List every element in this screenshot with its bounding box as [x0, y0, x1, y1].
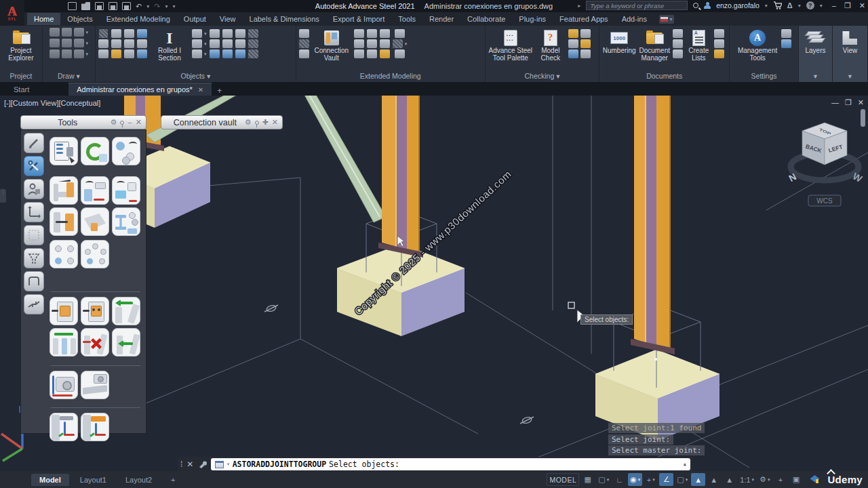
compass-tool-icon[interactable]	[98, 49, 108, 58]
portal-icon[interactable]	[354, 39, 364, 48]
help-dropdown-icon[interactable]: ▾	[820, 3, 823, 9]
grid-tool-icon[interactable]	[99, 29, 108, 38]
settings-gear-icon[interactable]: ⚙▾	[757, 473, 772, 486]
draw-arc-icon[interactable]	[50, 28, 60, 37]
object-snap-tracking-toggle-icon[interactable]: ∠	[659, 473, 673, 486]
doc-restore-icon[interactable]: ❐	[845, 98, 852, 107]
audit-icon[interactable]	[580, 29, 591, 38]
project-explorer-button[interactable]: Project Explorer	[3, 28, 39, 62]
file-tab-active[interactable]: Administrar conexiones en grupos* ✕	[68, 83, 212, 96]
command-input[interactable]: ▾ ASTORADDJOINTTOGROUP Select objects: ▲	[211, 458, 690, 470]
tab-extended-modeling[interactable]: Extended Modeling	[100, 13, 177, 25]
undo-icon[interactable]: ↶	[136, 2, 142, 10]
poly-beam-icon[interactable]	[124, 29, 134, 38]
tab-export-import[interactable]: Export & Import	[326, 13, 391, 25]
user-avatar-icon[interactable]	[704, 2, 711, 9]
defaults-icon[interactable]	[781, 29, 791, 38]
tools-palette-titlebar[interactable]: Tools ⚙ − ✕	[20, 115, 146, 129]
railing-icon[interactable]	[395, 49, 405, 58]
grating3-icon[interactable]	[248, 49, 258, 58]
close-button[interactable]: ✕	[859, 1, 865, 10]
numbering-button[interactable]: 1000 Numbering	[602, 28, 636, 55]
clean-screen-icon[interactable]: ▣	[789, 473, 803, 486]
layout-tab-layout2[interactable]: Layout2	[117, 474, 160, 486]
pyramid-icon[interactable]	[235, 39, 245, 48]
layout-tab-add[interactable]: +	[163, 474, 183, 486]
lightning2-icon[interactable]	[137, 49, 147, 58]
bolt2-icon[interactable]	[222, 49, 233, 58]
tab-add-ins[interactable]: Add-ins	[615, 13, 654, 25]
tool-beam-bolts[interactable]	[112, 207, 140, 236]
draw-rectangle-icon[interactable]	[62, 49, 72, 58]
tool-camera-ucs[interactable]	[50, 371, 78, 399]
center-gravity-icon[interactable]	[568, 39, 578, 48]
ladder-icon[interactable]	[393, 39, 403, 48]
bolt1-icon[interactable]	[210, 49, 220, 58]
ortho-mode-toggle-icon[interactable]: ∟	[612, 473, 627, 486]
tool-add-joint-green[interactable]	[112, 297, 140, 325]
vault-expand-icon[interactable]: ✚	[262, 118, 269, 127]
username[interactable]: enzo.garofalo	[716, 1, 760, 9]
view-button[interactable]: View	[835, 28, 865, 55]
folded-plate-icon[interactable]	[222, 29, 233, 38]
command-recent-icon[interactable]	[215, 461, 224, 468]
export-doc-icon[interactable]	[714, 49, 724, 58]
viewport-controls-label[interactable]: [-][Custom View][Conceptual]	[4, 99, 100, 107]
panel-label-settings[interactable]: Settings	[730, 71, 798, 82]
layers-button[interactable]: Layers	[802, 28, 829, 55]
save-icon[interactable]	[95, 2, 104, 10]
search-icon[interactable]	[693, 3, 698, 8]
category-tools-icon[interactable]	[24, 156, 44, 176]
tool-camera-beam[interactable]	[81, 371, 109, 399]
qat-customize-icon[interactable]: ▾	[172, 3, 175, 9]
tool-remove-from-group[interactable]	[112, 328, 140, 357]
tab-plug-ins[interactable]: Plug-ins	[512, 13, 553, 25]
grating1-icon[interactable]	[248, 29, 258, 38]
autodesk-account-icon[interactable]: Δ	[787, 1, 793, 9]
category-step-plate-icon[interactable]	[24, 294, 44, 314]
tool-box-connection[interactable]	[112, 176, 140, 205]
tool-corner-connection[interactable]	[81, 176, 109, 205]
command-grip-icon[interactable]: ⁞	[180, 460, 182, 469]
doc-minimize-icon[interactable]: —	[831, 98, 839, 107]
panel-label-project[interactable]: Project	[0, 71, 42, 82]
create-lists-button[interactable]: Create Lists	[686, 28, 711, 62]
model-check-button[interactable]: Model Check	[536, 28, 566, 62]
tab-objects[interactable]: Objects	[60, 13, 99, 25]
redo-icon[interactable]: ↷	[154, 2, 160, 10]
tab-tools[interactable]: Tools	[391, 13, 422, 25]
document-manager-button[interactable]: Document Manager	[639, 28, 670, 62]
object-snap-toggle-icon[interactable]: ▢▾	[675, 473, 690, 486]
tools-pin-icon[interactable]	[120, 121, 124, 125]
new-file-icon[interactable]	[68, 2, 77, 10]
polar-tracking-toggle-icon[interactable]: ◉▾	[628, 473, 642, 486]
column-left[interactable]	[378, 96, 423, 258]
isodraft-toggle-icon[interactable]: +▾	[644, 473, 658, 486]
vault-close-icon[interactable]: ✕	[272, 118, 278, 127]
print-icon[interactable]	[122, 2, 131, 10]
footing-left[interactable]	[337, 244, 465, 336]
special-part-icon[interactable]	[299, 29, 309, 38]
display-icon[interactable]	[568, 49, 578, 58]
shed-icon[interactable]	[380, 49, 390, 58]
tool-group-joint-1[interactable]	[50, 297, 78, 325]
truss-icon[interactable]	[354, 49, 364, 58]
grating2-icon[interactable]	[248, 39, 258, 48]
twin-plate-icon[interactable]	[222, 39, 233, 48]
tool-plate-splice[interactable]	[50, 207, 78, 236]
tool-beam-ucs-orange[interactable]	[81, 413, 109, 441]
vault-palette-titlebar[interactable]: Connection vault ⚙ ✚ ✕	[161, 115, 283, 129]
minimize-button[interactable]: –	[832, 1, 836, 10]
tab-labels-dimensions[interactable]: Labels & Dimensions	[243, 13, 326, 25]
nc-export-icon[interactable]	[714, 29, 724, 38]
command-expand-caret[interactable]: ▲	[684, 462, 686, 467]
drawing-viewport[interactable]: Copyright © 2025 - www.p30download.com T…	[0, 96, 868, 471]
tool-update-joints[interactable]	[81, 137, 109, 165]
new-file-tab-button[interactable]: +	[217, 86, 222, 96]
stub-icon[interactable]	[192, 49, 202, 58]
category-blank-icon[interactable]	[24, 225, 44, 245]
drawing-doc-icon[interactable]	[673, 29, 683, 38]
search-history-icon[interactable]: ▸	[578, 3, 580, 9]
bracket-icon[interactable]	[192, 39, 202, 48]
undo-dropdown-icon[interactable]: ▾	[146, 3, 149, 9]
